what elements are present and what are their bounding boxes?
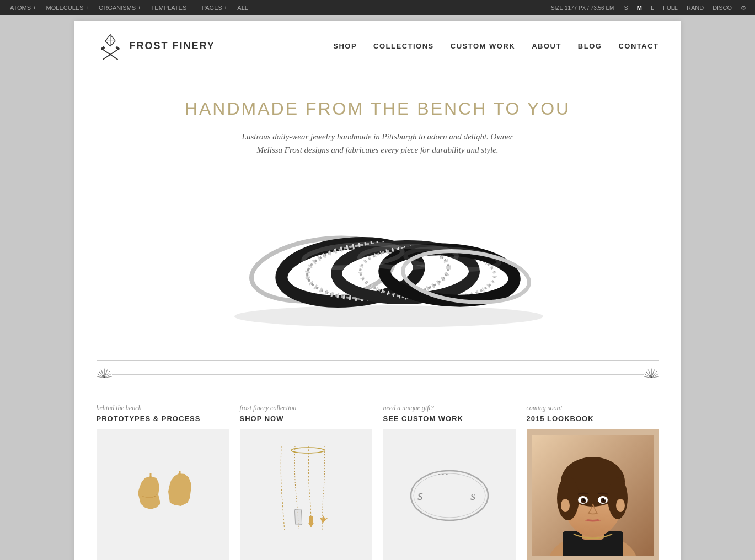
hero-title: HANDMADE FROM THE BENCH TO YOU xyxy=(97,99,659,119)
toolbar-left: ATOMS + MOLECULES + ORGANISMS + TEMPLATE… xyxy=(6,0,551,15)
hero-image-area xyxy=(97,173,659,349)
grid-title-2: SHOP NOW xyxy=(240,414,372,423)
svg-rect-6 xyxy=(115,46,120,50)
grid-title-4: 2015 LOOKBOOK xyxy=(527,414,659,423)
logo-area: FROST FINERY xyxy=(97,32,215,60)
size-l-button[interactable]: L xyxy=(647,3,657,12)
svg-line-21 xyxy=(101,370,104,378)
size-rand-button[interactable]: RAND xyxy=(683,3,707,12)
svg-rect-5 xyxy=(100,46,105,50)
svg-point-65 xyxy=(584,498,586,500)
pages-button[interactable]: PAGES + xyxy=(197,0,232,15)
grid-title-1: PROTOTYPES & PROCESS xyxy=(97,414,229,423)
grid-subtitle-1: behind the bench xyxy=(97,404,229,412)
svg-point-57 xyxy=(561,499,570,512)
templates-button[interactable]: TEMPLATES + xyxy=(147,0,196,15)
grid-item-lookbook[interactable]: coming soon! 2015 LOOKBOOK xyxy=(527,404,659,560)
nav-collections[interactable]: COLLECTIONS xyxy=(373,42,434,50)
site-header: FROST FINERY SHOP COLLECTIONS CUSTOM WOR… xyxy=(74,21,681,71)
size-full-button[interactable]: FULL xyxy=(660,3,681,12)
grid-image-shop xyxy=(240,429,372,560)
nav-about[interactable]: ABOUT xyxy=(532,42,561,50)
hero-section: HANDMADE FROM THE BENCH TO YOU Lustrous … xyxy=(74,71,681,360)
divider-section xyxy=(97,360,659,387)
svg-line-22 xyxy=(104,370,108,378)
toolbar-right: SIZE 1177 PX / 73.56 EM S M L FULL RAND … xyxy=(551,3,749,13)
grid-subtitle-2: frost finery collection xyxy=(240,404,372,412)
bracelet-svg: s s - - - xyxy=(405,462,494,529)
svg-text:- - -: - - - xyxy=(438,470,448,478)
svg-line-30 xyxy=(648,370,651,378)
dev-toolbar: ATOMS + MOLECULES + ORGANISMS + TEMPLATE… xyxy=(0,0,755,15)
all-button[interactable]: ALL xyxy=(233,0,253,15)
grid-subtitle-4: coming soon! xyxy=(527,404,659,412)
grid-item-prototypes[interactable]: behind the bench PROTOTYPES & PROCESS xyxy=(97,404,229,560)
hero-subtitle: Lustrous daily-wear jewelry handmade in … xyxy=(240,130,516,157)
gear-icon[interactable]: ⚙ xyxy=(737,3,749,13)
size-info: SIZE 1177 PX / 73.56 EM xyxy=(551,5,614,11)
grid-section: behind the bench PROTOTYPES & PROCESS xyxy=(74,387,681,560)
grid-image-lookbook xyxy=(527,429,659,560)
svg-point-7 xyxy=(234,305,543,327)
atoms-button[interactable]: ATOMS + xyxy=(6,0,41,15)
nav-blog[interactable]: BLOG xyxy=(578,42,602,50)
site-container: FROST FINERY SHOP COLLECTIONS CUSTOM WOR… xyxy=(74,21,681,560)
size-m-button[interactable]: M xyxy=(634,3,645,12)
logo-icon xyxy=(97,32,124,60)
grid-image-prototypes xyxy=(97,429,229,560)
page-wrapper: FROST FINERY SHOP COLLECTIONS CUSTOM WOR… xyxy=(0,15,755,560)
svg-marker-42 xyxy=(320,515,328,523)
grid-item-shop[interactable]: frost finery collection SHOP NOW xyxy=(240,404,372,560)
nav-custom-work[interactable]: CUSTOM WORK xyxy=(451,42,515,50)
svg-rect-40 xyxy=(294,509,302,525)
size-s-button[interactable]: S xyxy=(620,3,631,12)
svg-point-55 xyxy=(557,476,579,520)
svg-point-43 xyxy=(291,448,324,453)
logo-text: FROST FINERY xyxy=(130,40,215,52)
svg-point-66 xyxy=(604,498,606,500)
grid-title-3: SEE CUSTOM WORK xyxy=(383,414,516,423)
necklaces-svg xyxy=(265,446,347,545)
sunburst-left-icon xyxy=(97,367,112,382)
svg-point-56 xyxy=(608,477,628,519)
size-disco-button[interactable]: DISCO xyxy=(709,3,735,12)
grid-image-custom: s s - - - xyxy=(383,429,516,560)
divider-line xyxy=(112,374,644,375)
main-nav: SHOP COLLECTIONS CUSTOM WORK ABOUT BLOG … xyxy=(333,42,658,50)
svg-text:s: s xyxy=(470,488,475,503)
portrait-svg xyxy=(532,435,654,556)
svg-line-31 xyxy=(651,370,655,378)
svg-point-58 xyxy=(616,499,625,512)
earrings-svg xyxy=(124,462,201,529)
molecules-button[interactable]: MOLECULES + xyxy=(42,0,93,15)
svg-text:s: s xyxy=(417,487,423,503)
nav-contact[interactable]: CONTACT xyxy=(618,42,658,50)
grid-item-custom[interactable]: need a unique gift? SEE CUSTOM WORK s s … xyxy=(383,404,516,560)
sunburst-right-icon xyxy=(644,367,659,382)
organisms-button[interactable]: ORGANISMS + xyxy=(94,0,146,15)
rings-svg xyxy=(190,184,565,327)
nav-shop[interactable]: SHOP xyxy=(333,42,357,50)
grid-subtitle-3: need a unique gift? xyxy=(383,404,516,412)
svg-marker-41 xyxy=(308,516,314,527)
